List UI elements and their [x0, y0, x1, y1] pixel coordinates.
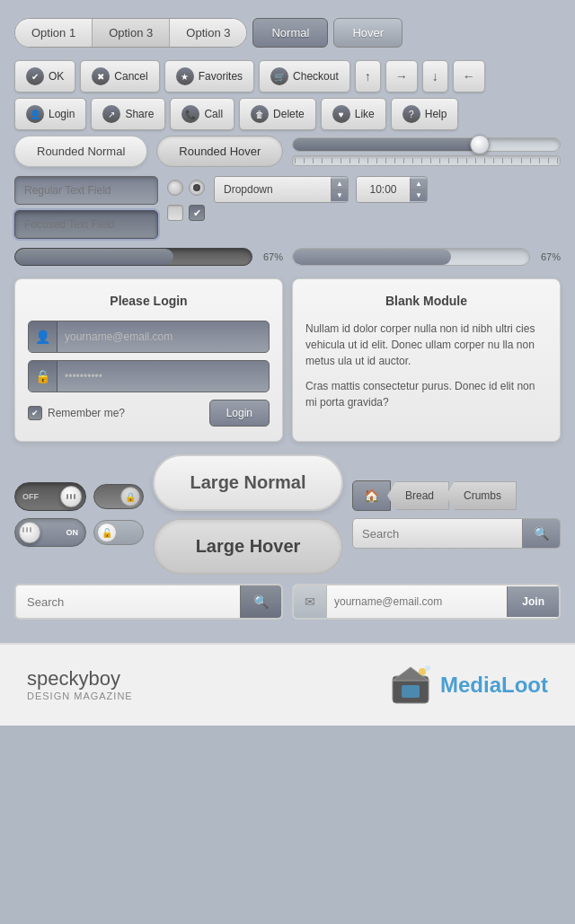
icon-buttons-row1: ✔ OK ✖ Cancel ★ Favorites 🛒 Checkout ↑ →…	[14, 60, 561, 92]
tick	[457, 158, 458, 163]
lock-toggle-off[interactable]: 🔒	[93, 484, 144, 509]
lock-toggle-on[interactable]: 🔓	[93, 520, 144, 545]
radio-unchecked[interactable]	[167, 180, 183, 196]
seg-btn-1[interactable]: Option 1	[15, 19, 93, 47]
join-button[interactable]: Join	[507, 586, 559, 617]
slider-thumb[interactable]	[470, 135, 490, 154]
regular-text-field[interactable]	[14, 176, 158, 205]
progress-pct-2: 67%	[535, 251, 561, 262]
tick	[376, 158, 377, 163]
like-label: Like	[355, 108, 375, 120]
tick	[430, 158, 431, 163]
svg-rect-8	[402, 685, 420, 698]
search-inline-button[interactable]: 🔍	[522, 519, 560, 548]
toggle-on-switch[interactable]: ON	[14, 518, 86, 547]
delete-button[interactable]: 🗑 Delete	[239, 98, 316, 130]
tick	[448, 158, 449, 163]
checkbox-row: ✔	[167, 205, 205, 221]
remember-checkbox[interactable]: ✔	[28, 406, 42, 420]
password-input[interactable]	[58, 363, 269, 390]
ok-button[interactable]: ✔ OK	[14, 60, 75, 92]
speckyboy-brand-text: speckyboy	[27, 669, 133, 689]
favorites-button[interactable]: ★ Favorites	[164, 60, 254, 92]
large-buttons-column: Large Normal Large Hover	[153, 454, 343, 575]
tick	[322, 158, 323, 163]
slider-ticks-track[interactable]	[292, 155, 561, 166]
normal-button[interactable]: Normal	[252, 18, 328, 48]
share-button[interactable]: ↗ Share	[91, 98, 165, 130]
search-box-input[interactable]	[16, 586, 240, 618]
tick	[385, 158, 386, 163]
dropdowns-time-group: Dropdown ▲ ▼ 10:00 ▲ ▼	[214, 176, 561, 203]
help-button[interactable]: ? Help	[391, 98, 459, 130]
large-hover-button[interactable]: Large Hover	[153, 518, 343, 575]
dropdown-arrows[interactable]: ▲ ▼	[331, 179, 348, 201]
delete-label: Delete	[273, 108, 305, 120]
blank-text-2: Cras mattis consectetur purus. Donec id …	[305, 378, 547, 410]
radio-checked[interactable]	[189, 180, 205, 196]
section-progress: 67% 67%	[14, 248, 561, 266]
help-label: Help	[425, 108, 447, 120]
svg-rect-5	[30, 527, 31, 532]
toggle-on-knob	[19, 522, 40, 543]
toggles-column: OFF 🔒 ON 🔓	[14, 482, 144, 547]
breadcrumb-home[interactable]: 🏠	[352, 480, 391, 511]
toggle-off-switch[interactable]: OFF	[14, 482, 86, 511]
dropdown-down-arrow[interactable]: ▼	[332, 190, 348, 201]
progress-pct-1: 67%	[258, 251, 283, 262]
dropdown-up-arrow[interactable]: ▲	[332, 179, 348, 190]
login-module-title: Please Login	[28, 294, 270, 308]
subscribe-email-input[interactable]	[327, 586, 507, 617]
breadcrumb-crumbs[interactable]: Crumbs	[446, 481, 517, 510]
lock-off-knob: 🔒	[120, 487, 140, 506]
seg-btn-3[interactable]: Option 3	[170, 19, 246, 47]
blank-text-1: Nullam id dolor corper nulla non id nibh…	[305, 321, 547, 369]
tick	[304, 158, 305, 163]
dropdown-control[interactable]: Dropdown ▲ ▼	[214, 176, 349, 203]
ok-label: OK	[49, 70, 64, 83]
blank-module-title: Blank Module	[305, 294, 547, 308]
breadcrumb-bread[interactable]: Bread	[387, 481, 449, 510]
arrow-up-button[interactable]: ↑	[355, 60, 381, 92]
cancel-button[interactable]: ✖ Cancel	[80, 60, 159, 92]
call-button[interactable]: 📞 Call	[170, 98, 234, 130]
email-input[interactable]	[58, 323, 269, 350]
remember-text: Remember me?	[48, 407, 125, 419]
toggle-off-knob	[60, 486, 82, 507]
arrow-left-button[interactable]: ←	[453, 60, 485, 92]
tick	[349, 158, 350, 163]
favorites-label: Favorites	[199, 70, 243, 83]
tick	[502, 158, 503, 163]
email-icon: ✉	[294, 585, 327, 618]
arrow-down-button[interactable]: ↓	[422, 60, 448, 92]
time-value: 10:00	[357, 177, 410, 202]
rounded-normal-button[interactable]: Rounded Normal	[14, 136, 147, 167]
seg-btn-2[interactable]: Option 3	[93, 19, 170, 47]
time-up-arrow[interactable]: ▲	[411, 179, 427, 190]
icon-buttons-row2: 👤 Login ↗ Share 📞 Call 🗑 Delete ♥ Like ?…	[14, 98, 561, 130]
section-modules: Please Login 👤 🔒 ✔ Remember me? Login Bl…	[14, 278, 561, 442]
progress-fill-light	[293, 249, 451, 265]
large-normal-button[interactable]: Large Normal	[153, 454, 343, 511]
checkbox-unchecked[interactable]	[167, 205, 183, 221]
login-button[interactable]: 👤 Login	[14, 98, 86, 130]
like-button[interactable]: ♥ Like	[321, 98, 386, 130]
medialoot-logo: MediaLoot	[388, 663, 548, 708]
login-submit-button[interactable]: Login	[209, 400, 270, 427]
search-box-button[interactable]: 🔍	[240, 585, 281, 618]
checkbox-checked[interactable]: ✔	[189, 205, 205, 221]
call-label: Call	[204, 108, 223, 120]
search-inline-input[interactable]	[353, 520, 522, 548]
time-input-control[interactable]: 10:00 ▲ ▼	[356, 176, 428, 203]
hover-button[interactable]: Hover	[333, 18, 402, 48]
tick	[332, 158, 332, 163]
call-icon: 📞	[181, 105, 199, 123]
slider-main[interactable]	[292, 137, 561, 152]
rounded-hover-button[interactable]: Rounded Hover	[156, 136, 283, 167]
time-down-arrow[interactable]: ▼	[411, 190, 427, 201]
arrow-right-button[interactable]: →	[385, 60, 418, 92]
checkout-button[interactable]: 🛒 Checkout	[259, 60, 350, 92]
focused-text-field[interactable]	[14, 210, 158, 239]
delete-icon: 🗑	[251, 105, 269, 123]
time-arrows[interactable]: ▲ ▼	[410, 179, 427, 201]
